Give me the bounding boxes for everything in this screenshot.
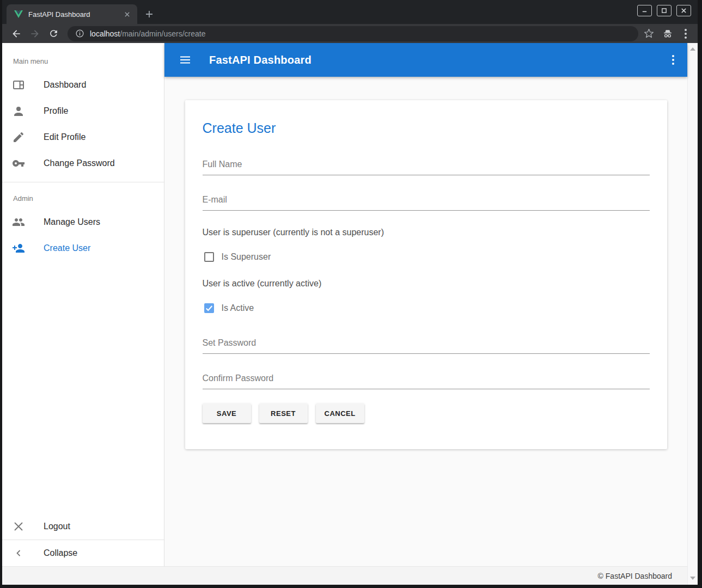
full-name-input[interactable] [203,160,650,175]
sidebar: Main menu Dashboard Profile [2,43,164,566]
key-icon [12,157,25,170]
sidebar-item-label: Manage Users [44,217,100,227]
sidebar-item-label: Edit Profile [44,132,86,142]
toolbar-actions [644,26,692,42]
is-active-checkbox[interactable] [204,303,214,313]
close-icon [12,520,25,533]
person-icon [12,105,25,118]
people-icon [12,216,25,229]
tab-close-icon[interactable] [122,9,132,19]
new-tab-button[interactable] [142,7,157,22]
set-password-field [203,338,650,354]
browser-menu-icon[interactable] [681,26,690,42]
dashboard-icon [12,78,25,91]
sidebar-item-change-password[interactable]: Change Password [2,150,164,176]
app-bar-title: FastAPI Dashboard [209,54,312,66]
page-viewport: Main menu Dashboard Profile [2,43,698,585]
minimize-button[interactable] [637,5,652,16]
sidebar-spacer [2,261,164,513]
confirm-password-field [203,373,650,389]
vue-favicon-icon [14,10,23,18]
window-controls [637,5,691,16]
tab-title: FastAPI Dashboard [28,10,122,19]
sidebar-item-dashboard[interactable]: Dashboard [2,72,164,98]
sidebar-item-create-user[interactable]: Create User [2,235,164,261]
sidebar-section-main-menu: Main menu [2,43,164,72]
back-icon[interactable] [9,26,24,41]
is-superuser-checkbox-row[interactable]: Is Superuser [203,252,650,262]
reset-button[interactable]: RESET [259,403,308,423]
sidebar-item-edit-profile[interactable]: Edit Profile [2,124,164,150]
close-window-button[interactable] [676,5,691,16]
url-path: /main/admin/users/create [120,29,205,38]
tab-strip: FastAPI Dashboard [2,0,698,24]
scroll-down-icon[interactable] [690,577,695,580]
forward-icon[interactable] [27,26,42,41]
sidebar-item-manage-users[interactable]: Manage Users [2,209,164,235]
checkbox-label: Is Active [222,303,254,313]
sidebar-item-label: Dashboard [44,80,86,90]
email-field [203,195,650,211]
browser-toolbar: localhost/main/admin/users/create [2,24,698,43]
active-hint: User is active (currently active) [203,279,650,289]
browser-tab[interactable]: FastAPI Dashboard [7,4,137,24]
app-bar-menu-icon[interactable] [669,52,677,68]
create-user-card: Create User User is superuser (currently… [185,100,667,449]
app-bar: FastAPI Dashboard [164,43,687,77]
pencil-icon [12,131,25,144]
sidebar-item-label: Profile [44,106,68,116]
main-area: FastAPI Dashboard Create User [164,43,687,566]
sidebar-item-profile[interactable]: Profile [2,98,164,124]
save-button[interactable]: SAVE [203,403,251,423]
scroll-up-icon[interactable] [690,47,695,51]
reload-icon[interactable] [46,26,61,41]
sidebar-item-collapse[interactable]: Collapse [2,540,164,566]
cancel-button[interactable]: CANCEL [316,403,364,423]
url-host: localhost [90,29,120,38]
copyright-text: © FastAPI Dashboard [598,572,672,580]
page-info-icon[interactable] [75,29,84,38]
vertical-scrollbar[interactable] [687,43,698,585]
sidebar-item-label: Create User [44,243,90,253]
content-area: Create User User is superuser (currently… [164,77,687,566]
page-footer: © FastAPI Dashboard [2,566,687,585]
address-bar[interactable]: localhost/main/admin/users/create [68,26,638,41]
maximize-button[interactable] [657,5,672,16]
page-title: Create User [203,120,650,136]
form-buttons: SAVE RESET CANCEL [203,403,650,423]
hamburger-menu-icon[interactable] [179,53,192,66]
browser-window: FastAPI Dashboard [0,0,702,588]
person-add-icon [12,242,25,255]
sidebar-section-admin: Admin [2,182,164,209]
checkbox-label: Is Superuser [222,252,271,262]
full-name-field [203,160,650,175]
email-input[interactable] [203,195,650,211]
sidebar-item-label: Logout [44,522,70,531]
superuser-hint: User is superuser (currently is not a su… [203,228,650,237]
is-active-checkbox-row[interactable]: Is Active [203,303,650,313]
incognito-icon [662,28,674,39]
is-superuser-checkbox[interactable] [204,252,214,262]
set-password-input[interactable] [203,338,650,354]
url-text: localhost/main/admin/users/create [90,29,205,38]
confirm-password-input[interactable] [203,373,650,389]
chevron-left-icon [12,547,25,560]
bookmark-star-icon[interactable] [644,28,654,39]
sidebar-item-label: Change Password [44,158,115,168]
sidebar-item-label: Collapse [44,548,77,558]
sidebar-item-logout[interactable]: Logout [2,513,164,540]
